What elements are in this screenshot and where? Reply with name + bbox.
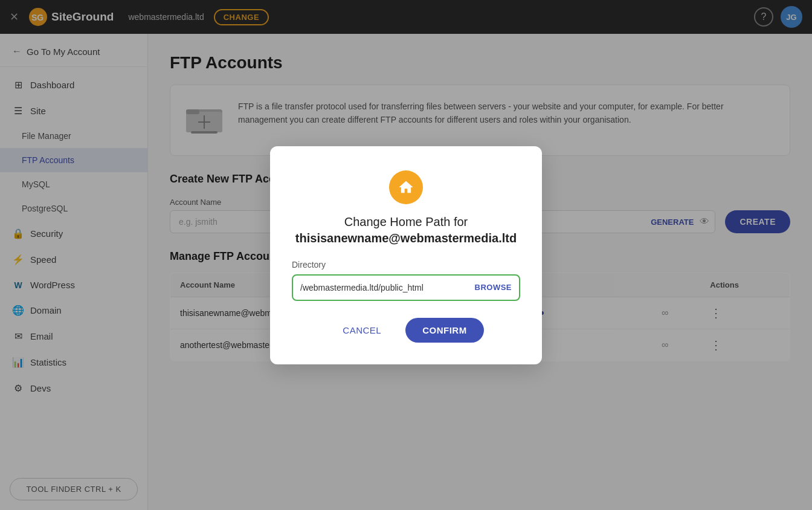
modal-overlay: Change Home Path for thisisanewname@webm… <box>0 0 812 510</box>
cancel-button[interactable]: CANCEL <box>328 318 396 343</box>
browse-button[interactable]: BROWSE <box>475 283 512 292</box>
change-home-path-modal: Change Home Path for thisisanewname@webm… <box>270 146 542 364</box>
modal-directory-label: Directory <box>292 260 326 270</box>
modal-actions: CANCEL CONFIRM <box>292 318 520 343</box>
modal-directory-input[interactable] <box>300 276 475 300</box>
modal-account-name: thisisanewname@webmastermedia.ltd <box>295 231 517 245</box>
modal-home-icon <box>389 170 423 204</box>
modal-title: Change Home Path for <box>344 215 468 229</box>
modal-directory-input-wrapper: BROWSE <box>292 274 520 301</box>
confirm-button[interactable]: CONFIRM <box>405 318 484 343</box>
